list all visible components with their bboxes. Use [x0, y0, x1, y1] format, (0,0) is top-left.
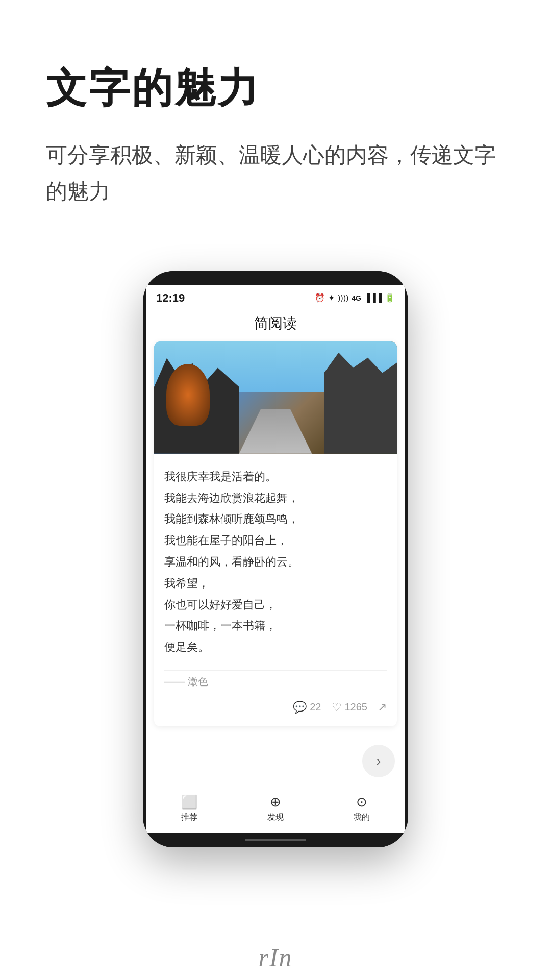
bottom-watermark: rIn — [0, 935, 551, 980]
comment-count[interactable]: 💬 22 — [293, 701, 321, 714]
wifi-icon: )))) — [338, 293, 348, 303]
page-wrapper: 文字的魅力 可分享积极、新颖、温暖人心的内容，传递文字的魅力 12:19 ⏰ ✦ — [0, 0, 551, 980]
recommend-label: 推荐 — [181, 812, 197, 823]
profile-label: 我的 — [354, 812, 370, 823]
discover-icon: ⊕ — [270, 794, 281, 810]
status-icons: ⏰ ✦ )))) 4G ▐▐▐ 🔋 — [315, 293, 395, 303]
recommend-icon: ⬜ — [181, 794, 197, 810]
phone-screen: 12:19 ⏰ ✦ )))) 4G ▐▐▐ 🔋 简阅读 — [146, 285, 405, 833]
main-title: 文字的魅力 — [46, 61, 505, 116]
like-count[interactable]: ♡ 1265 — [332, 701, 368, 714]
image-tree-orange — [166, 364, 210, 426]
status-time: 12:19 — [156, 291, 185, 305]
nav-item-recommend[interactable]: ⬜ 推荐 — [181, 794, 197, 823]
comment-number: 22 — [310, 701, 321, 713]
share-button[interactable]: ↗ — [378, 701, 387, 714]
article-text: 我很庆幸我是活着的。 我能去海边欣赏浪花起舞， 我能到森林倾听鹿颂鸟鸣， 我也能… — [164, 466, 387, 658]
top-section: 文字的魅力 可分享积极、新颖、温暖人心的内容，传递文字的魅力 — [0, 0, 551, 240]
battery-icon: 🔋 — [385, 293, 395, 303]
image-path — [239, 409, 312, 454]
next-btn-area: › — [146, 734, 405, 788]
signal-4g-icon: 4G — [352, 294, 361, 302]
phone-container: 12:19 ⏰ ✦ )))) 4G ▐▐▐ 🔋 简阅读 — [0, 240, 551, 847]
sub-text: 可分享积极、新颖、温暖人心的内容，传递文字的魅力 — [46, 137, 505, 210]
signal-bars-icon: ▐▐▐ — [364, 293, 382, 303]
app-title-bar: 简阅读 — [146, 309, 405, 341]
article-body: 我很庆幸我是活着的。 我能去海边欣赏浪花起舞， 我能到森林倾听鹿颂鸟鸣， 我也能… — [154, 454, 397, 726]
comment-icon: 💬 — [293, 701, 307, 714]
phone-bottom — [143, 833, 408, 847]
article-author: —— 澂色 — [164, 670, 387, 689]
article-card[interactable]: 我很庆幸我是活着的。 我能去海边欣赏浪花起舞， 我能到森林倾听鹿颂鸟鸣， 我也能… — [154, 341, 397, 726]
next-button[interactable]: › — [362, 745, 395, 777]
bluetooth-icon: ✦ — [328, 293, 335, 303]
nav-item-profile[interactable]: ⊙ 我的 — [354, 794, 370, 823]
like-number: 1265 — [345, 701, 368, 713]
article-image — [154, 341, 397, 454]
status-bar: 12:19 ⏰ ✦ )))) 4G ▐▐▐ 🔋 — [146, 285, 405, 309]
share-icon: ↗ — [378, 701, 387, 714]
phone-top-bar — [143, 271, 408, 285]
nav-item-discover[interactable]: ⊕ 发现 — [267, 794, 284, 823]
profile-icon: ⊙ — [356, 794, 367, 810]
like-icon: ♡ — [332, 701, 342, 714]
home-indicator — [245, 839, 306, 841]
watermark-text: rIn — [258, 943, 292, 972]
discover-label: 发现 — [267, 812, 284, 823]
phone-bottom-nav: ⬜ 推荐 ⊕ 发现 ⊙ 我的 — [146, 788, 405, 833]
alarm-icon: ⏰ — [315, 293, 325, 303]
app-title-text: 简阅读 — [254, 315, 297, 331]
article-footer: 💬 22 ♡ 1265 ↗ — [164, 697, 387, 718]
phone-mockup: 12:19 ⏰ ✦ )))) 4G ▐▐▐ 🔋 简阅读 — [143, 271, 408, 847]
